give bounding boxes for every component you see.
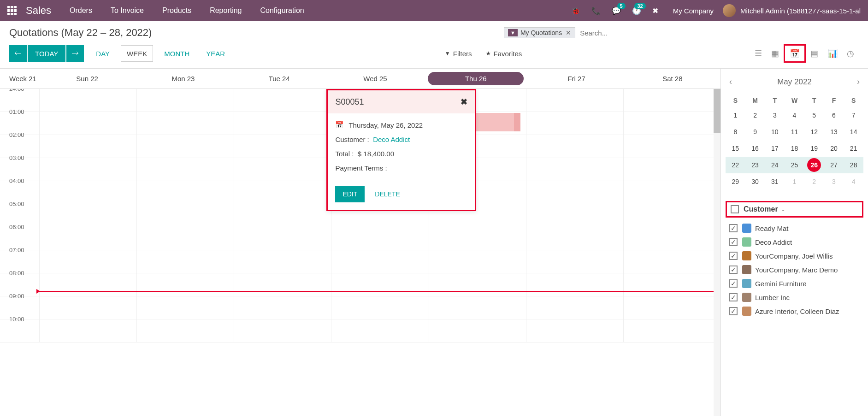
time-row[interactable]: 09:00 — [0, 296, 720, 319]
time-cell[interactable] — [136, 135, 234, 158]
mini-cal-day[interactable]: 31 — [765, 173, 785, 190]
favorites-button[interactable]: ★Favorites — [486, 50, 522, 58]
view-activity-icon[interactable]: ◷ — [842, 46, 859, 61]
time-cell[interactable] — [136, 273, 234, 296]
day-header-tue[interactable]: Tue 24 — [231, 71, 327, 86]
time-cell[interactable] — [234, 158, 331, 181]
time-cell[interactable] — [234, 89, 331, 112]
mini-cal-day[interactable]: 2 — [804, 173, 824, 190]
time-cell[interactable] — [331, 227, 428, 250]
time-cell[interactable] — [136, 112, 234, 135]
day-header-sat[interactable]: Sat 28 — [625, 71, 720, 86]
time-cell[interactable] — [331, 319, 428, 342]
time-cell[interactable] — [234, 273, 331, 296]
day-header-thu[interactable]: Thu 26 — [428, 72, 524, 85]
mini-cal-day[interactable]: 11 — [785, 124, 804, 140]
time-cell[interactable] — [136, 181, 234, 204]
today-button[interactable]: TODAY — [28, 45, 65, 62]
mini-cal-day[interactable]: 13 — [824, 124, 844, 140]
mini-cal-day[interactable]: 1 — [785, 173, 804, 190]
customer-item[interactable]: Deco Addict — [726, 235, 863, 249]
mini-cal-day-selected[interactable]: 26 — [807, 158, 821, 172]
time-cell[interactable] — [331, 250, 428, 273]
time-row[interactable]: 06:00 — [0, 227, 720, 250]
mini-cal-day[interactable]: 10 — [765, 124, 785, 140]
time-cell[interactable] — [39, 227, 136, 250]
view-kanban-icon[interactable]: ▦ — [767, 46, 784, 61]
time-cell[interactable] — [39, 135, 136, 158]
view-graph-icon[interactable]: 📊 — [823, 46, 842, 61]
time-cell[interactable] — [526, 112, 623, 135]
time-cell[interactable] — [234, 250, 331, 273]
scrollbar[interactable] — [714, 89, 720, 416]
time-cell[interactable] — [234, 319, 331, 342]
time-cell[interactable] — [39, 89, 136, 112]
time-cell[interactable] — [39, 112, 136, 135]
mini-cal-day[interactable]: 22 — [726, 157, 745, 173]
time-cell[interactable] — [429, 319, 526, 342]
mini-cal-day[interactable]: 4 — [844, 173, 863, 190]
mini-cal-day[interactable]: 17 — [765, 140, 785, 157]
customer-item[interactable]: Gemini Furniture — [726, 277, 863, 290]
search-input[interactable] — [575, 27, 859, 39]
customer-checkbox[interactable] — [729, 307, 738, 315]
mini-cal-day[interactable]: 16 — [745, 140, 765, 157]
time-cell[interactable] — [526, 89, 623, 112]
day-header-fri[interactable]: Fri 27 — [528, 71, 624, 86]
close-icon[interactable]: ✕ — [566, 29, 571, 36]
mini-cal-day[interactable]: 8 — [726, 124, 745, 140]
day-header-mon[interactable]: Mon 23 — [135, 71, 231, 86]
phone-icon[interactable]: 📞 — [591, 6, 601, 15]
next-button[interactable]: 🡒 — [66, 45, 84, 62]
time-cell[interactable] — [136, 319, 234, 342]
time-cell[interactable] — [623, 135, 720, 158]
close-icon[interactable]: ✖ — [461, 97, 467, 107]
time-cell[interactable] — [429, 227, 526, 250]
time-cell[interactable] — [526, 204, 623, 227]
menu-configuration[interactable]: Configuration — [260, 6, 304, 15]
brand[interactable]: Sales — [26, 5, 51, 17]
time-cell[interactable] — [623, 227, 720, 250]
apps-icon[interactable] — [7, 6, 17, 15]
time-cell[interactable] — [623, 319, 720, 342]
customer-checkbox[interactable] — [729, 293, 738, 301]
time-grid[interactable]: 24:0001:0002:0003:0004:0005:0006:0007:00… — [0, 89, 720, 416]
discuss-icon[interactable]: 💬5 — [612, 6, 621, 15]
mini-cal-day[interactable]: 19 — [804, 140, 824, 157]
time-cell[interactable] — [39, 158, 136, 181]
time-cell[interactable] — [526, 319, 623, 342]
mini-cal-day[interactable]: 28 — [844, 157, 863, 173]
customer-checkbox[interactable] — [729, 224, 738, 232]
time-cell[interactable] — [39, 273, 136, 296]
prev-button[interactable]: 🡐 — [9, 45, 27, 62]
time-cell[interactable] — [234, 135, 331, 158]
menu-reporting[interactable]: Reporting — [210, 6, 242, 15]
time-cell[interactable] — [526, 227, 623, 250]
customer-item[interactable]: Azure Interior, Colleen Diaz — [726, 304, 863, 318]
mini-cal-day[interactable]: 7 — [844, 107, 863, 124]
mini-cal-day[interactable]: 25 — [785, 157, 804, 173]
mini-cal-day[interactable]: 26 — [804, 157, 824, 173]
scale-month[interactable]: MONTH — [159, 45, 195, 62]
time-cell[interactable] — [623, 112, 720, 135]
time-cell[interactable] — [136, 250, 234, 273]
time-cell[interactable] — [623, 273, 720, 296]
mini-cal-day[interactable]: 12 — [804, 124, 824, 140]
mini-cal-day[interactable]: 3 — [824, 173, 844, 190]
mini-cal-day[interactable]: 3 — [765, 107, 785, 124]
time-cell[interactable] — [429, 273, 526, 296]
time-cell[interactable] — [234, 227, 331, 250]
customer-checkbox[interactable] — [729, 238, 738, 246]
view-pivot-icon[interactable]: ▤ — [806, 46, 823, 61]
customer-checkbox[interactable] — [729, 252, 738, 260]
time-cell[interactable] — [623, 158, 720, 181]
customer-filter-header[interactable]: Customer ⌄ — [726, 201, 863, 218]
time-cell[interactable] — [331, 273, 428, 296]
time-cell[interactable] — [623, 204, 720, 227]
mini-cal-prev[interactable]: ‹ — [726, 75, 736, 89]
mini-cal-day[interactable]: 14 — [844, 124, 863, 140]
mini-cal-day[interactable]: 30 — [745, 173, 765, 190]
mini-cal-day[interactable]: 6 — [824, 107, 844, 124]
menu-products[interactable]: Products — [162, 6, 191, 15]
time-cell[interactable] — [136, 89, 234, 112]
